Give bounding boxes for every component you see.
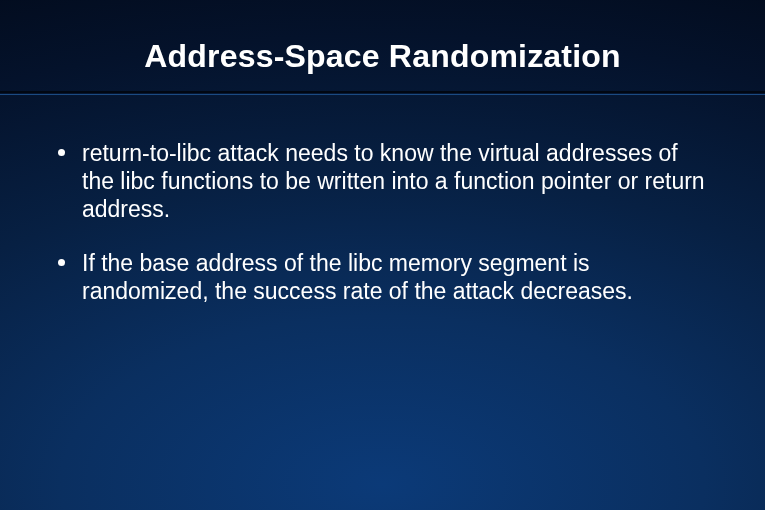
bullet-list: return-to-libc attack needs to know the … (52, 139, 713, 305)
list-item: return-to-libc attack needs to know the … (52, 139, 713, 223)
slide-title: Address-Space Randomization (0, 38, 765, 75)
bullet-text: If the base address of the libc memory s… (82, 250, 633, 304)
content-region: return-to-libc attack needs to know the … (0, 99, 765, 305)
bullet-text: return-to-libc attack needs to know the … (82, 140, 705, 222)
title-region: Address-Space Randomization (0, 0, 765, 99)
list-item: If the base address of the libc memory s… (52, 249, 713, 305)
slide: Address-Space Randomization return-to-li… (0, 0, 765, 510)
title-underline (0, 91, 765, 101)
